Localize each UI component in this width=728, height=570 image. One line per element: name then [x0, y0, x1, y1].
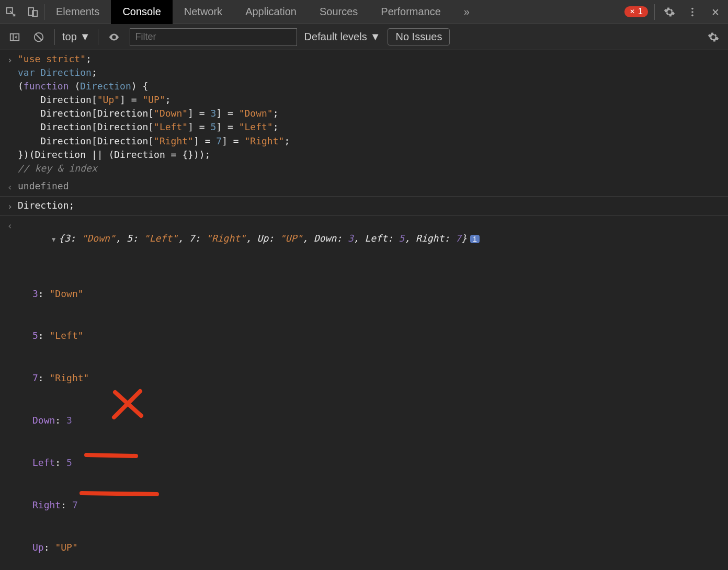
tab-elements[interactable]: Elements	[44, 0, 111, 24]
eye-icon[interactable]	[106, 29, 122, 45]
devtools-tabs: Elements Console Network Application Sou…	[44, 0, 481, 24]
tab-sources[interactable]: Sources	[308, 0, 369, 24]
svg-point-3	[691, 7, 693, 9]
devtools-top-toolbar: Elements Console Network Application Sou…	[0, 0, 728, 24]
console-input-row[interactable]: › Direction;	[0, 197, 728, 216]
svg-point-4	[691, 11, 693, 13]
clear-console-icon[interactable]	[30, 29, 47, 45]
issues-button[interactable]: No Issues	[388, 28, 450, 45]
output-marker: ‹	[2, 218, 18, 233]
separator	[54, 29, 55, 45]
separator	[654, 4, 655, 20]
chevron-down-icon: ▼	[370, 31, 381, 43]
gear-icon[interactable]	[661, 4, 678, 20]
close-icon[interactable]: ×	[707, 4, 724, 20]
toggle-device-icon[interactable]	[22, 0, 44, 24]
tab-network[interactable]: Network	[173, 0, 234, 24]
info-icon[interactable]: i	[470, 235, 480, 243]
input-marker: ›	[2, 199, 18, 213]
context-label: top	[62, 31, 77, 43]
code-line: "use strict"; var Direction; (function (…	[18, 52, 724, 175]
tab-more[interactable]: »	[452, 0, 481, 24]
console-input-row[interactable]: › "use strict"; var Direction; (function…	[0, 50, 728, 177]
filter-input[interactable]	[130, 28, 297, 46]
levels-label: Default levels	[304, 31, 367, 43]
chevron-down-icon: ▼	[80, 31, 90, 43]
inspect-element-icon[interactable]	[0, 0, 22, 24]
console-toolbar: top ▼ Default levels ▼ No Issues	[0, 24, 728, 50]
svg-point-5	[691, 14, 693, 16]
console-output: › "use strict"; var Direction; (function…	[0, 50, 728, 570]
kebab-menu-icon[interactable]	[684, 4, 701, 20]
object-preview[interactable]: {3: "Down", 5: "Left", 7: "Right", Up: "…	[18, 218, 724, 570]
return-value: undefined	[18, 179, 724, 193]
log-levels-selector[interactable]: Default levels ▼	[304, 31, 381, 43]
console-output-row: ‹ {3: "Down", 5: "Left", 7: "Right", Up:…	[0, 216, 728, 570]
output-marker: ‹	[2, 179, 18, 194]
tab-application[interactable]: Application	[234, 0, 308, 24]
tab-performance[interactable]: Performance	[369, 0, 452, 24]
separator	[98, 29, 98, 45]
input-marker: ›	[2, 52, 18, 67]
context-selector[interactable]: top ▼	[62, 31, 90, 43]
expand-toggle-icon[interactable]	[52, 232, 59, 245]
object-expanded: 3: "Down" 5: "Left" 7: "Right" Down: 3 L…	[18, 259, 724, 570]
error-count-badge[interactable]: 1	[624, 6, 648, 17]
code-line: Direction;	[18, 199, 724, 212]
console-output-row: ‹ undefined	[0, 177, 728, 197]
gear-icon[interactable]	[705, 29, 722, 45]
toggle-sidebar-icon[interactable]	[6, 29, 23, 45]
tab-console[interactable]: Console	[111, 0, 172, 24]
